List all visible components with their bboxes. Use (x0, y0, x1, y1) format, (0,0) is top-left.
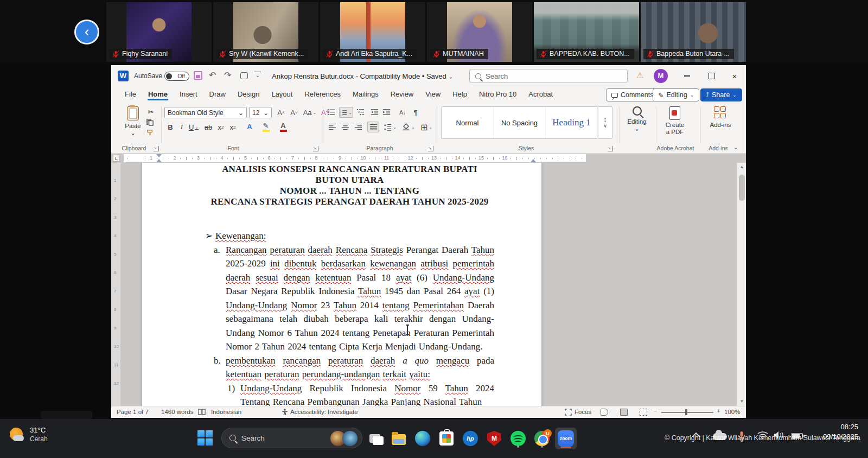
zoom-percentage[interactable]: 100% (724, 409, 740, 415)
word-count[interactable]: 1460 words (161, 409, 193, 415)
autosave-toggle[interactable]: Off (164, 72, 189, 81)
page-indicator[interactable]: Page 1 of 7 (117, 409, 149, 415)
start-button[interactable] (197, 430, 214, 447)
microsoft-store-button[interactable] (436, 428, 457, 449)
tab-selector[interactable]: L (113, 155, 120, 162)
highlight-color-button[interactable]: ✎ (259, 120, 273, 133)
scroll-up-icon[interactable]: ▲ (737, 163, 746, 171)
tab-nitro-pro-10[interactable]: Nitro Pro 10 (473, 87, 522, 101)
create-pdf-button[interactable]: Create a PDF (658, 106, 692, 142)
tab-review[interactable]: Review (385, 87, 420, 101)
task-view-button[interactable] (364, 428, 386, 449)
show-formatting-marks-button[interactable]: ¶ (411, 107, 420, 118)
font-dialog-launcher[interactable]: ↘ (313, 146, 318, 151)
print-layout-icon[interactable] (620, 409, 628, 416)
participant-tile[interactable]: BAPPEDA KAB. BUTON... (534, 2, 639, 62)
style-heading-1[interactable]: Heading 1 (546, 107, 598, 138)
tab-help[interactable]: Help (446, 87, 473, 101)
comments-button[interactable]: Comments (606, 88, 659, 101)
shrink-font-button[interactable]: A˅ (288, 107, 300, 118)
text-effects-button[interactable]: A (244, 120, 256, 133)
decrease-indent-icon[interactable] (371, 108, 379, 116)
copy-icon[interactable] (146, 118, 154, 126)
numbering-button[interactable]: ⌄ (339, 107, 353, 118)
subscript-button[interactable]: x2 (215, 122, 226, 132)
tab-mailings[interactable]: Mailings (347, 87, 385, 101)
tab-home[interactable]: Home (142, 87, 174, 101)
shading-button[interactable]: ⌄ (401, 122, 416, 132)
right-indent-marker[interactable] (531, 159, 536, 162)
read-mode-icon[interactable] (601, 409, 608, 416)
collapse-ribbon-icon[interactable]: ⌄ (733, 144, 738, 151)
styles-gallery-scroll[interactable]: ▲ ▼ ⊽ (598, 106, 612, 139)
editing-menu-button[interactable]: Editing ⌄ (620, 106, 654, 142)
first-line-indent-marker[interactable] (156, 154, 162, 157)
file-explorer-button[interactable] (388, 428, 410, 449)
cut-icon[interactable]: ✂ (146, 107, 156, 116)
customize-qat-icon[interactable]: ⌄ (254, 72, 261, 79)
proofing-icon[interactable] (198, 409, 206, 416)
vertical-scrollbar[interactable]: ▲ ▼ (737, 163, 746, 406)
font-size-combo[interactable]: 12⌄ (249, 107, 272, 118)
align-left-icon[interactable] (328, 123, 336, 131)
close-button[interactable]: × (723, 65, 746, 87)
document-page[interactable]: ANALISIS KONSEPSI RANCANGAN PERATURAN BU… (142, 163, 541, 406)
left-indent-marker[interactable] (156, 159, 162, 162)
tab-references[interactable]: References (298, 87, 346, 101)
warning-icon[interactable]: ⚠ (636, 71, 643, 80)
style-no-spacing[interactable]: No Spacing (494, 107, 546, 138)
spotify-button[interactable] (507, 428, 529, 449)
zoom-app-button[interactable]: zoom (555, 428, 577, 449)
tab-file[interactable]: File (119, 87, 142, 101)
language-indicator[interactable]: Indonesian (211, 409, 241, 415)
scrollbar-thumb[interactable] (739, 175, 745, 201)
edge-button[interactable] (412, 428, 433, 449)
grow-font-button[interactable]: A˄ (275, 107, 287, 118)
minimize-button[interactable] (675, 65, 698, 87)
change-case-button[interactable]: Aa⌄ (302, 107, 317, 118)
zoom-back-button[interactable]: ‹ (74, 20, 99, 44)
tab-view[interactable]: View (419, 87, 446, 101)
tab-draw[interactable]: Draw (203, 87, 232, 101)
bold-button[interactable]: B (165, 122, 175, 132)
clipboard-dialog-launcher[interactable]: ↘ (154, 146, 159, 151)
accessibility-status[interactable]: Accessibility: Investigate (290, 409, 358, 415)
account-avatar[interactable]: M (654, 69, 668, 83)
multilevel-list-icon[interactable] (356, 108, 365, 116)
styles-dialog-launcher[interactable]: ↘ (608, 146, 613, 151)
style-normal[interactable]: Normal (442, 107, 494, 138)
tab-acrobat[interactable]: Acrobat (522, 87, 559, 101)
scroll-down-icon[interactable]: ▼ (737, 397, 746, 406)
zoom-in-icon[interactable]: + (717, 408, 720, 414)
italic-button[interactable]: I (177, 122, 186, 132)
editing-mode-button[interactable]: ✎ Editing ⌄ (653, 88, 699, 101)
touch-mouse-mode-icon[interactable] (240, 72, 248, 79)
weather-widget[interactable]: 31°C Cerah (9, 426, 48, 444)
participant-tile[interactable]: MUTMAINAH (427, 2, 532, 62)
align-center-icon[interactable] (341, 123, 349, 131)
tab-design[interactable]: Design (232, 87, 265, 101)
participant-tile[interactable]: Andi Ari Eka Saputra_K... (320, 2, 425, 62)
tab-layout[interactable]: Layout (265, 87, 298, 101)
line-spacing-button[interactable]: ⌄ (382, 122, 398, 132)
taskbar-search[interactable]: Search (221, 428, 362, 448)
title-chevron-icon[interactable]: ⌄ (449, 74, 453, 80)
strikethrough-button[interactable]: ab (202, 122, 214, 132)
zoom-slider-thumb[interactable] (685, 409, 687, 415)
participant-tile[interactable]: Bappeda Buton Utara-... (641, 2, 746, 62)
superscript-button[interactable]: x2 (227, 122, 238, 132)
underline-button[interactable]: U⌄ (187, 122, 200, 132)
sort-button[interactable]: A↓ (395, 107, 410, 118)
bullets-icon[interactable] (327, 108, 335, 116)
increase-indent-icon[interactable] (382, 108, 391, 116)
focus-button[interactable]: Focus (575, 409, 591, 415)
participant-tile[interactable]: Fiqhy Saranani (106, 2, 212, 62)
titlebar-search-box[interactable]: Search (469, 69, 628, 83)
paragraph-dialog-launcher[interactable]: ↘ (428, 146, 433, 151)
paste-button[interactable]: Paste ⌄ (121, 106, 145, 142)
hp-button[interactable]: hp (459, 428, 481, 449)
align-right-icon[interactable] (354, 123, 362, 131)
redo-icon[interactable]: ↷ (224, 70, 231, 80)
chrome-button[interactable]: U (531, 428, 553, 449)
zoom-slider-track[interactable] (661, 412, 713, 413)
